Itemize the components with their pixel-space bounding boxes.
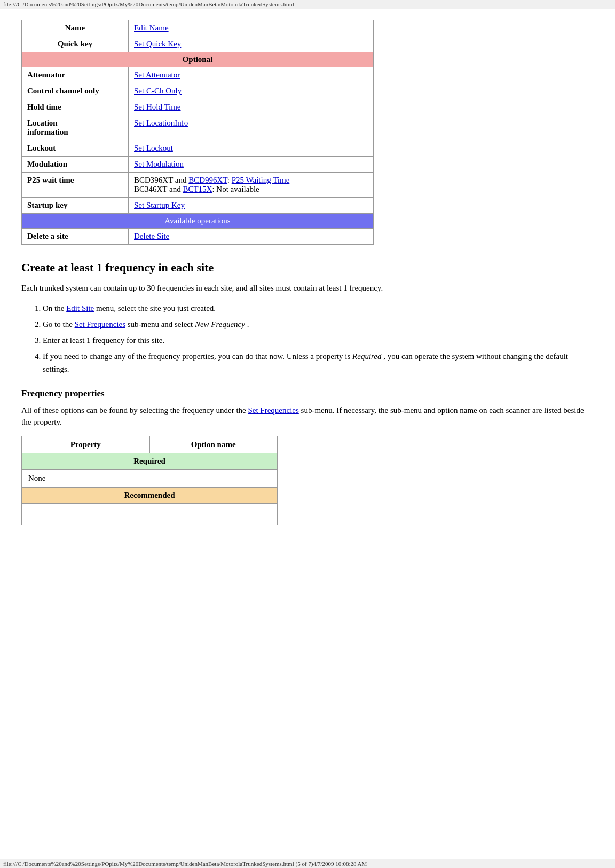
startup-key-property: Startup key [22,198,129,214]
table-row-holdtime: Hold time Set Hold Time [22,99,374,115]
required-label: Required [22,453,278,469]
freq-props-intro-para: All of these options can be found by sel… [21,404,594,428]
available-operations-header: Available operations [22,214,374,229]
empty-space [22,503,278,525]
step-4: If you need to change any of the frequen… [43,350,594,376]
lockout-option: Set Lockout [129,140,374,157]
table-row-p25: P25 wait time BCD396XT and BCD996XT: P25… [22,173,374,198]
table-row-modulation: Modulation Set Modulation [22,157,374,173]
bcd996xt-link[interactable]: BCD996XT [188,176,227,184]
set-lockout-link[interactable]: Set Lockout [134,144,173,152]
required-section-header: Required [22,453,278,469]
table-row-control-ch: Control channel only Set C-Ch Only [22,83,374,99]
set-frequencies-link-intro[interactable]: Set Frequencies [248,406,298,415]
table-row-attenuator: Attenuator Set Attenuator [22,67,374,83]
set-attenuator-link[interactable]: Set Attenuator [134,71,180,79]
set-quickkey-link[interactable]: Set Quick Key [134,40,181,48]
bct15x-link[interactable]: BCT15X [183,185,212,193]
freq-table-header-row: Property Option name [22,436,278,453]
name-option: Edit Name [129,20,374,36]
set-frequencies-link-step2[interactable]: Set Frequencies [75,320,125,329]
recommended-label: Recommended [22,487,278,503]
modulation-property: Modulation [22,157,129,173]
table-row-location: Locationinformation Set LocationInfo [22,115,374,140]
freq-section-heading: Create at least 1 frequency in each site [21,261,594,275]
freq-properties-table: Property Option name Required None Recom… [21,436,278,525]
location-property: Locationinformation [22,115,129,140]
edit-name-link[interactable]: Edit Name [134,24,169,32]
startup-key-option: Set Startup Key [129,198,374,214]
p25-option: BCD396XT and BCD996XT: P25 Waiting Time … [129,173,374,198]
control-ch-option: Set C-Ch Only [129,83,374,99]
modulation-option: Set Modulation [129,157,374,173]
freq-props-intro-text: All of these options can be found by sel… [21,406,248,415]
quickkey-property: Quick key [22,36,129,52]
set-startup-key-link[interactable]: Set Startup Key [134,201,185,209]
delete-site-link[interactable]: Delete Site [134,232,169,240]
set-locationinfo-link[interactable]: Set LocationInfo [134,119,188,127]
attenuator-property: Attenuator [22,67,129,83]
control-ch-property: Control channel only [22,83,129,99]
location-option: Set LocationInfo [129,115,374,140]
edit-site-link[interactable]: Edit Site [66,304,94,312]
p25-waiting-time-link[interactable]: P25 Waiting Time [232,176,290,184]
freq-props-heading: Frequency properties [21,388,594,399]
steps-list: On the Edit Site menu, select the site y… [43,302,594,376]
step-2: Go to the Set Frequencies sub-menu and s… [43,318,594,331]
set-modulation-link[interactable]: Set Modulation [134,160,184,168]
step-1: On the Edit Site menu, select the site y… [43,302,594,315]
lockout-property: Lockout [22,140,129,157]
table-row-name: Name Edit Name [22,20,374,36]
freq-prop-col-header: Property [22,436,150,453]
optional-label: Optional [22,52,374,67]
table-row-startup-key: Startup key Set Startup Key [22,198,374,214]
p25-property: P25 wait time [22,173,129,198]
browser-url: file:///C|/Documents%20and%20Settings/PO… [3,1,294,7]
freq-intro-para: Each trunked system can contain up to 30… [21,282,594,294]
table-row-delete-site: Delete a site Delete Site [22,229,374,245]
table-row-lockout: Lockout Set Lockout [22,140,374,157]
delete-site-option: Delete Site [129,229,374,245]
none-value: None [22,469,278,487]
main-properties-table: Name Edit Name Quick key Set Quick Key O… [21,20,374,245]
avail-ops-label: Available operations [22,214,374,229]
browser-title-bar: file:///C|/Documents%20and%20Settings/PO… [0,0,615,9]
name-property: Name [22,20,129,36]
holdtime-option: Set Hold Time [129,99,374,115]
delete-site-property: Delete a site [22,229,129,245]
table-row-quickkey: Quick key Set Quick Key [22,36,374,52]
freq-table-row-none: None [22,469,278,487]
set-cch-link[interactable]: Set C-Ch Only [134,87,182,95]
step-3: Enter at least 1 frequency for this site… [43,334,594,347]
page-content: Name Edit Name Quick key Set Quick Key O… [0,9,615,567]
attenuator-option: Set Attenuator [129,67,374,83]
set-holdtime-link[interactable]: Set Hold Time [134,103,181,111]
quickkey-option: Set Quick Key [129,36,374,52]
optional-section-header: Optional [22,52,374,67]
holdtime-property: Hold time [22,99,129,115]
freq-opt-col-header: Option name [149,436,278,453]
recommended-section-header: Recommended [22,487,278,503]
freq-table-empty-row [22,503,278,525]
